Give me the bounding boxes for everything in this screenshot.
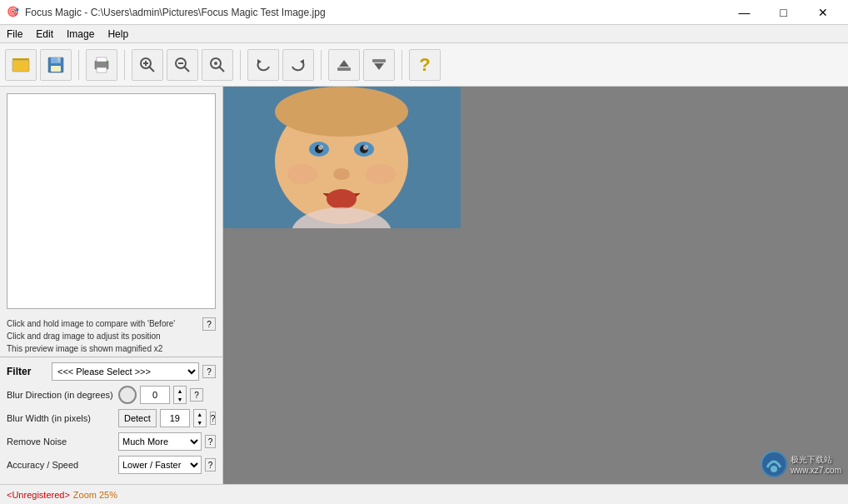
blur-width-help-button[interactable]: ? (210, 412, 217, 425)
menu-file[interactable]: File (0, 25, 29, 42)
hint-row: Click and hold image to compare with 'Be… (0, 316, 222, 357)
blur-width-up[interactable]: ▲ (194, 410, 206, 418)
svg-rect-1 (12, 60, 29, 72)
svg-line-20 (220, 67, 225, 72)
blur-direction-label: Blur Direction (in degrees) (7, 390, 115, 400)
save-button[interactable] (40, 49, 72, 81)
controls-area: Filter <<< Please Select >>> Out of Focu… (0, 357, 222, 484)
svg-rect-8 (97, 57, 107, 62)
open-icon (11, 55, 31, 75)
blur-direction-spinner: ▲ ▼ (173, 386, 187, 404)
svg-rect-10 (107, 62, 108, 64)
remove-noise-select[interactable]: None Some More Much More (118, 432, 202, 451)
svg-point-37 (327, 189, 357, 209)
zoom-fit-button[interactable] (202, 49, 233, 81)
blur-width-row: Blur Width (in pixels) Detect ▲ ▼ ? (7, 409, 216, 427)
svg-marker-22 (300, 59, 304, 64)
svg-marker-25 (374, 63, 384, 70)
svg-point-38 (287, 164, 317, 184)
status-bar: <Unregistered> Zoom 25% (0, 484, 848, 504)
blur-direction-help-button[interactable]: ? (190, 388, 203, 402)
watermark-label: 极光下载站www.xz7.com (791, 454, 841, 475)
menu-bar: File Edit Image Help (0, 25, 848, 43)
svg-point-34 (318, 145, 323, 150)
accuracy-speed-select[interactable]: Lower / Faster Medium / Medium Higher / … (118, 456, 202, 474)
svg-point-35 (363, 145, 368, 150)
apply-bottom-button[interactable] (363, 49, 395, 81)
blur-direction-row: Blur Direction (in degrees) ▲ ▼ ? (7, 386, 216, 404)
filter-row: Filter <<< Please Select >>> Out of Focu… (7, 362, 216, 381)
svg-marker-23 (339, 60, 349, 67)
apply-top-button[interactable] (328, 49, 360, 81)
undo-icon (253, 55, 273, 75)
watermark: 极光下载站www.xz7.com (761, 451, 841, 477)
remove-noise-label: Remove Noise (7, 437, 115, 447)
app-icon: 🎯 (7, 6, 20, 19)
help-button[interactable]: ? (409, 49, 441, 81)
separator-4 (321, 50, 322, 80)
svg-marker-21 (257, 59, 262, 64)
hint-text: Click and hold image to compare with 'Be… (7, 317, 202, 355)
zoom-fit-icon (207, 55, 227, 75)
print-icon (92, 55, 112, 75)
apply-bottom-icon (369, 55, 389, 75)
separator-5 (402, 50, 402, 80)
blur-direction-input[interactable] (140, 386, 170, 404)
minimize-button[interactable]: — (726, 0, 763, 25)
window-controls: — □ ✕ (726, 0, 841, 25)
svg-rect-9 (97, 67, 107, 72)
open-button[interactable] (5, 49, 37, 81)
undo-button[interactable] (247, 49, 279, 81)
detect-button[interactable]: Detect (118, 409, 157, 427)
blur-width-input[interactable] (160, 409, 190, 427)
menu-help[interactable]: Help (101, 25, 135, 42)
svg-line-14 (150, 67, 155, 72)
blur-width-down[interactable]: ▼ (194, 418, 206, 427)
maximize-button[interactable]: □ (765, 0, 802, 25)
accuracy-speed-row: Accuracy / Speed Lower / Faster Medium /… (7, 456, 216, 474)
menu-image[interactable]: Image (60, 25, 101, 42)
filter-label: Filter (7, 366, 48, 377)
preview-box[interactable] (7, 93, 216, 309)
blur-width-spinner: ▲ ▼ (193, 409, 207, 427)
blur-direction-down[interactable]: ▼ (174, 395, 186, 403)
svg-point-39 (366, 164, 396, 184)
svg-point-42 (771, 466, 777, 472)
zoom-out-icon (172, 55, 192, 75)
filter-help-button[interactable]: ? (202, 365, 216, 378)
redo-button[interactable] (282, 49, 314, 81)
title-bar: 🎯 Focus Magic - C:\Users\admin\Pictures\… (0, 0, 848, 25)
print-button[interactable] (86, 49, 117, 81)
svg-point-36 (333, 168, 350, 180)
blur-direction-up[interactable]: ▲ (174, 387, 186, 395)
zoom-in-icon (137, 55, 157, 75)
image-area[interactable]: 极光下载站www.xz7.com (223, 87, 848, 484)
svg-point-19 (214, 62, 217, 65)
accuracy-speed-label: Accuracy / Speed (7, 460, 115, 470)
baby-face-svg (223, 87, 461, 228)
blur-width-label: Blur Width (in pixels) (7, 413, 115, 423)
apply-top-icon (334, 55, 354, 75)
accuracy-speed-help-button[interactable]: ? (205, 458, 216, 472)
remove-noise-help-button[interactable]: ? (205, 435, 216, 448)
left-panel: Click and hold image to compare with 'Be… (0, 87, 223, 484)
preview-help-button[interactable]: ? (202, 317, 216, 331)
close-button[interactable]: ✕ (804, 0, 841, 25)
main-content: Click and hold image to compare with 'Be… (0, 87, 848, 484)
zoom-out-button[interactable] (167, 49, 198, 81)
title-text: Focus Magic - C:\Users\admin\Pictures\Fo… (25, 7, 726, 18)
separator-3 (240, 50, 241, 80)
status-zoom: Zoom 25% (73, 490, 117, 500)
filter-select[interactable]: <<< Please Select >>> Out of Focus Motio… (52, 362, 199, 381)
svg-rect-2 (12, 58, 29, 60)
menu-edit[interactable]: Edit (29, 25, 60, 42)
svg-rect-26 (372, 59, 386, 62)
save-icon (46, 55, 66, 75)
zoom-in-button[interactable] (132, 49, 163, 81)
toolbar: ? (0, 43, 848, 87)
separator-2 (124, 50, 125, 80)
main-image[interactable] (223, 87, 461, 228)
separator-1 (78, 50, 79, 80)
svg-point-29 (275, 87, 408, 137)
svg-rect-5 (51, 66, 61, 72)
